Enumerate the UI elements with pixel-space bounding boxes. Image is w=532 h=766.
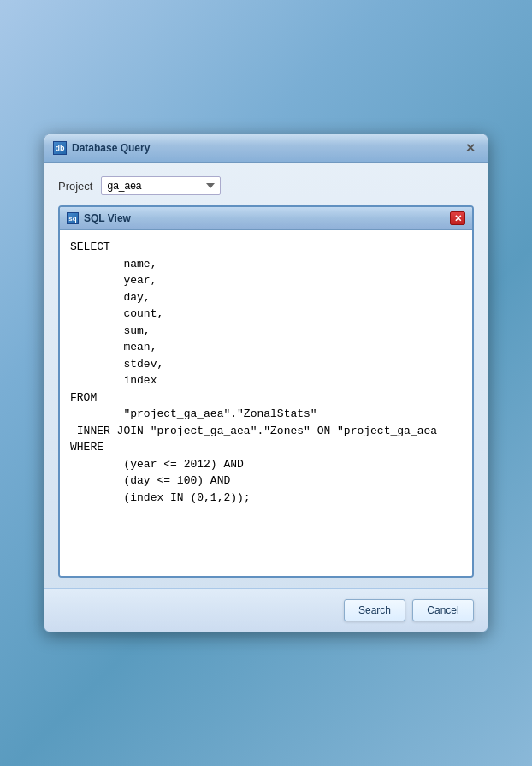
sql-editor[interactable]: SELECT name, year, day, count, sum, mean… [60, 230, 472, 573]
db-icon: db [53, 141, 67, 155]
sql-editor-container: SELECT name, year, day, count, sum, mean… [60, 230, 472, 576]
project-select[interactable]: ga_aea ga_aeb ga_aec [101, 176, 221, 195]
outer-window: db Database Query ✕ Project ga_aea ga_ae… [44, 134, 488, 632]
inner-window: sq SQL View ✕ SELECT name, year, day, co… [58, 205, 474, 578]
inner-window-title: SQL View [84, 212, 131, 224]
search-button[interactable]: Search [344, 599, 405, 621]
bottom-bar: Search Cancel [44, 588, 488, 632]
outer-titlebar: db Database Query ✕ [44, 134, 488, 163]
outer-close-button[interactable]: ✕ [462, 140, 479, 157]
outer-window-title: Database Query [72, 142, 150, 154]
outer-titlebar-left: db Database Query [53, 141, 150, 155]
project-row: Project ga_aea ga_aeb ga_aec [58, 176, 474, 195]
inner-titlebar-left: sq SQL View [67, 212, 131, 224]
sql-view-icon: sq [67, 212, 79, 224]
project-label: Project [58, 180, 92, 193]
cancel-button[interactable]: Cancel [412, 599, 474, 621]
inner-close-button[interactable]: ✕ [450, 211, 465, 225]
inner-titlebar: sq SQL View ✕ [60, 207, 472, 230]
outer-content: Project ga_aea ga_aeb ga_aec sq SQL View… [44, 163, 488, 588]
